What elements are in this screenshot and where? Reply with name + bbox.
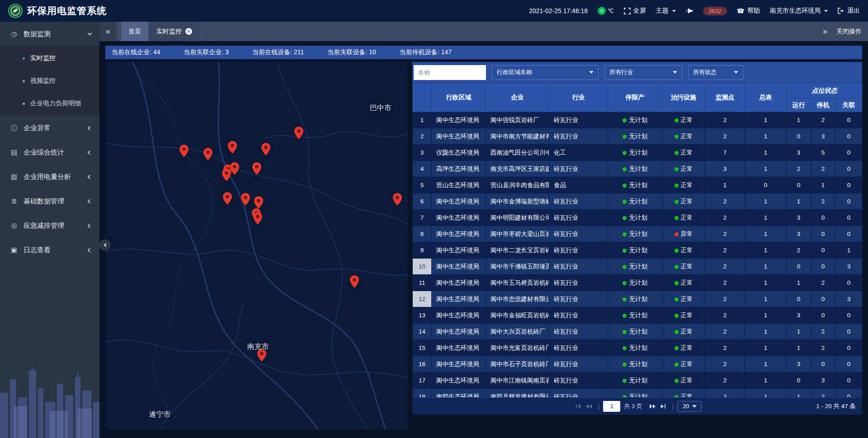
sidebar-item[interactable]: ▣日志查看 (0, 238, 99, 262)
tabs-scroll-right-button[interactable]: » (816, 27, 834, 36)
map-pin[interactable] (179, 145, 189, 159)
sidebar-subitem[interactable]: 实时监控 (0, 47, 99, 70)
stopped-cell: 2 (811, 340, 835, 356)
map-pin[interactable] (222, 169, 231, 183)
table-row[interactable]: 6阆中生态环境局阆中市金博瑞新型墙材砖瓦行业无计划正常21120 (413, 193, 863, 210)
status-dot-icon (623, 184, 627, 188)
table-row[interactable]: 4高坪生态环境局南充市高坪区王家店建砖瓦行业无计划正常31220 (413, 161, 863, 177)
sidebar-item[interactable]: ≣基础数据管理 (0, 189, 99, 213)
row-index-cell[interactable]: 6 (413, 193, 432, 210)
row-index-cell[interactable]: 15 (413, 340, 432, 356)
fullscreen-button[interactable]: 全屏 (624, 7, 646, 15)
help-button[interactable]: ☎ 帮助 (737, 7, 760, 15)
table-row[interactable]: 16阆中生态环境局阆中市石子页岩机砖厂砖瓦行业无计划正常21300 (413, 356, 863, 372)
sidebar-item[interactable]: ◎应急减排管理 (0, 213, 99, 238)
limit-cell: 无计划 (608, 128, 662, 145)
close-operations-button[interactable]: 关闭操作 (836, 28, 862, 36)
row-index-cell[interactable]: 16 (413, 356, 432, 372)
first-page-icon (575, 404, 582, 409)
sidebar-item[interactable]: ▤企业综合统计 (0, 140, 99, 165)
row-index-cell[interactable]: 13 (413, 307, 432, 324)
map-pin[interactable] (203, 148, 213, 162)
row-index-cell[interactable]: 9 (413, 242, 432, 259)
tabs-scroll-left-button[interactable]: « (99, 22, 117, 41)
table-row[interactable]: 5营山生态环境局营山县润丰肉食品有限食品无计划正常10010 (413, 177, 863, 193)
table-row[interactable]: 14阆中生态环境局阆中大兴页岩机砖厂砖瓦行业无计划正常21120 (413, 324, 863, 340)
row-index-cell[interactable]: 3 (413, 145, 432, 161)
table-row[interactable]: 8阆中生态环境局阆中市枣碧大梁山页岩砖瓦行业无计划异常21300 (413, 226, 863, 242)
table-row[interactable]: 17阆中生态环境局阆中市江南镇阆南页岩砖瓦行业无计划正常21030 (413, 372, 863, 389)
row-index-cell[interactable]: 18 (413, 389, 432, 398)
table-row[interactable]: 15阆中生态环境局阆中市光富页岩机砖厂砖瓦行业无计划正常21120 (413, 340, 863, 356)
meters-cell: 1 (745, 161, 787, 177)
row-index-cell[interactable]: 17 (413, 372, 432, 389)
points-cell: 3 (705, 161, 745, 177)
map-panel[interactable]: 巴中市南充市遂宁市 (105, 62, 408, 429)
prev-page-button[interactable] (584, 401, 594, 412)
limit-cell: 无计划 (608, 177, 662, 193)
company-cell: 阆中强锐页岩砖厂 (486, 112, 549, 128)
app-header: 环保用电监管系统 2021-02-25 17:46:18 0 ℃ 全屏 主题 (0, 0, 868, 22)
tab-close-icon[interactable]: × (185, 28, 192, 35)
map-pin[interactable] (253, 212, 263, 226)
region-filter-select[interactable]: 行政区域名称 (492, 65, 599, 80)
table-row[interactable]: 10阆中生态环境局阆中市千佛镇五郎垭页岩砖瓦行业无计划正常21003 (413, 259, 863, 275)
industry-filter-select[interactable]: 所有行业 (604, 65, 682, 80)
status-filter-select[interactable]: 所有状态 (688, 65, 743, 80)
last-page-button[interactable] (658, 401, 669, 412)
map-pin[interactable] (241, 193, 250, 207)
sidebar-item[interactable]: ▥企业用电量分析 (0, 165, 99, 189)
announcement-button[interactable] (686, 8, 693, 14)
org-dropdown[interactable]: 南充市生态环境局 (770, 7, 828, 15)
map-pin[interactable] (252, 162, 261, 177)
row-index-cell[interactable]: 10 (413, 259, 432, 275)
map-pin[interactable] (222, 192, 232, 207)
table-row[interactable]: 11阆中生态环境局阆中市五马桥页岩机砖砖瓦行业无计划正常21120 (413, 275, 863, 291)
page-size-select[interactable]: 20 (677, 401, 702, 412)
table-row[interactable]: 1阆中生态环境局阆中强锐页岩砖厂砖瓦行业无计划正常21120 (413, 112, 863, 128)
map-pin[interactable] (227, 141, 237, 155)
table-row[interactable]: 3仪陇生态环境局西南油气田分公司川中化工无计划正常71350 (413, 145, 863, 161)
running-cell: 2 (787, 242, 811, 259)
points-cell: 2 (705, 389, 745, 398)
map-pin[interactable] (350, 275, 359, 290)
table-row[interactable]: 7阆中生态环境局阆中明阳建材有限公司砖瓦行业无计划正常21300 (413, 210, 863, 226)
next-page-button[interactable] (647, 401, 658, 412)
first-page-button[interactable] (573, 401, 584, 412)
tab[interactable]: 首页 (121, 22, 148, 41)
sidebar-item[interactable]: ◷数据监测 (0, 22, 99, 46)
sidebar-item[interactable]: ⓘ企业异常 (0, 116, 99, 140)
filter-bar: 行政区域名称 所有行业 所有状态 (412, 62, 862, 83)
table-row[interactable]: 12阆中生态环境局阆中市忠信建材有限公砖瓦行业无计划正常21003 (413, 291, 863, 307)
name-filter-input[interactable] (414, 65, 486, 80)
row-index-cell[interactable]: 11 (413, 275, 432, 291)
region-cell: 南部生态环境局 (432, 389, 486, 398)
sidebar-subitem[interactable]: 企业电力负荷明细 (0, 92, 99, 115)
map-pin[interactable] (261, 143, 270, 157)
logout-button[interactable]: 退出 (838, 7, 860, 15)
tab[interactable]: 实时监控× (149, 22, 199, 41)
theme-dropdown[interactable]: 主题 (656, 7, 676, 15)
row-index-cell[interactable]: 4 (413, 161, 432, 177)
sidebar-subitem[interactable]: 视频监控 (0, 70, 99, 92)
map-collapse-button[interactable] (99, 239, 111, 251)
table-row[interactable]: 9阆中生态环境局阆中市二龙长宝页岩砖砖瓦行业无计划正常21201 (413, 242, 863, 259)
row-index-cell[interactable]: 5 (413, 177, 432, 193)
row-index-cell[interactable]: 7 (413, 210, 432, 226)
facility-cell: 正常 (662, 340, 705, 356)
table-row[interactable]: 18南部生态环境局南部县顺发建材有限公砖瓦行业无计划正常21120 (413, 389, 863, 398)
map-pin[interactable] (392, 193, 402, 207)
notice-count-badge[interactable]: 2632 (703, 7, 727, 15)
row-index-cell[interactable]: 14 (413, 324, 432, 340)
row-index-cell[interactable]: 12 (413, 291, 432, 307)
map-pin[interactable] (294, 127, 304, 141)
col-header-company: 企业 (486, 83, 549, 112)
row-index-cell[interactable]: 2 (413, 128, 432, 145)
table-row[interactable]: 2阆中生态环境局阆中市南方节能建材有砖瓦行业无计划正常21030 (413, 128, 863, 145)
row-index-cell[interactable]: 8 (413, 226, 432, 242)
page-number-input[interactable] (603, 401, 620, 412)
region-cell: 阆中生态环境局 (432, 242, 486, 259)
table-row[interactable]: 13阆中生态环境局阆中市金福旺页岩机砖砖瓦行业无计划正常21300 (413, 307, 863, 324)
map-pin[interactable] (230, 162, 240, 177)
row-index-cell[interactable]: 1 (413, 112, 432, 128)
